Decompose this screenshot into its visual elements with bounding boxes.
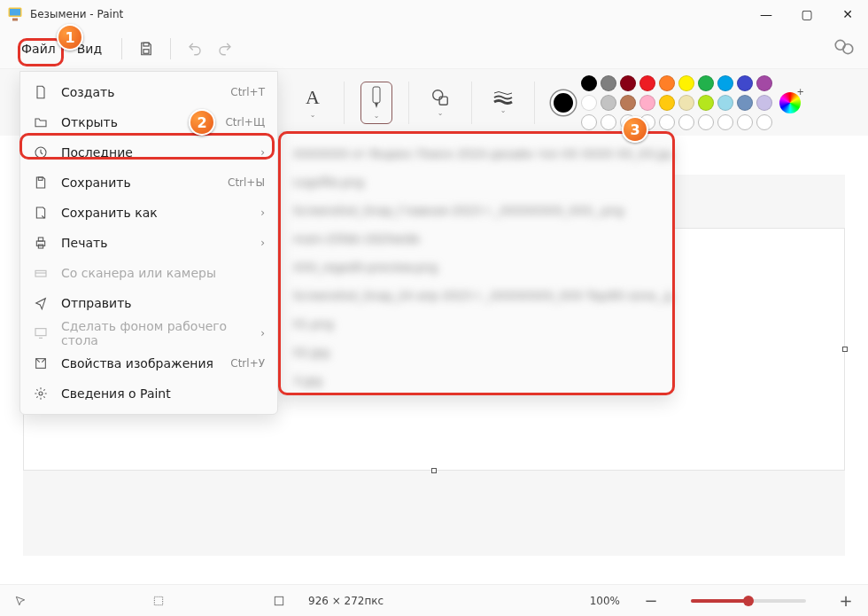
color-swatch[interactable] (639, 75, 655, 91)
color-swatch-empty[interactable] (756, 114, 772, 130)
label: Сохранить как (61, 206, 158, 220)
menu-properties[interactable]: Свойства изображения Ctrl+У (20, 348, 277, 378)
file-icon (33, 84, 49, 100)
undo-icon[interactable] (180, 34, 210, 64)
color-swatch[interactable] (620, 95, 636, 111)
color-swatch-empty[interactable] (737, 114, 753, 130)
color-swatch[interactable] (717, 95, 733, 111)
color-swatch[interactable] (698, 75, 714, 91)
color-swatch[interactable] (717, 75, 733, 91)
shortcut: Ctrl+Щ (225, 116, 265, 129)
menu-about[interactable]: Сведения о Paint (20, 378, 277, 409)
menu-open[interactable]: Открыть Ctrl+Щ (20, 107, 277, 137)
zoom-slider[interactable] (691, 599, 806, 603)
label: Со сканера или камеры (61, 266, 216, 280)
color-swatch-empty[interactable] (678, 114, 694, 130)
save-as-icon (33, 205, 49, 221)
color-swatch[interactable] (698, 95, 714, 111)
file-menu-dropdown: Создать Ctrl+Т Открыть Ctrl+Щ Последние … (19, 71, 278, 415)
menu-save[interactable]: Сохранить Ctrl+Ы (20, 168, 277, 198)
shortcut: Ctrl+Ы (228, 176, 265, 189)
color-swatch[interactable] (639, 95, 655, 111)
minimize-button[interactable]: — (746, 0, 787, 28)
color-swatch[interactable] (581, 95, 597, 111)
redo-icon[interactable] (210, 34, 240, 64)
canvas-size-icon (271, 595, 287, 607)
color-swatch[interactable] (737, 75, 753, 91)
menu-save-as[interactable]: Сохранить как › (20, 198, 277, 228)
menu-print[interactable]: Печать › (20, 228, 277, 258)
recent-file-item[interactable]: main-25feb-1920wide (279, 224, 672, 253)
canvas-size: 926 × 272пкс (308, 595, 384, 607)
annotation-badge-1: 1 (57, 24, 83, 51)
color-swatch[interactable] (620, 75, 636, 91)
chevron-right-icon: › (260, 327, 265, 339)
close-button[interactable]: ✕ (827, 0, 868, 28)
svg-rect-7 (373, 87, 380, 103)
annotation-badge-2: 2 (189, 109, 215, 136)
copilot-icon[interactable] (833, 35, 856, 58)
color-swatch-empty[interactable] (601, 114, 616, 130)
recent-file-item[interactable]: 01.png (279, 309, 672, 338)
shapes-tool[interactable]: ⌄ (425, 81, 455, 125)
recent-file-item[interactable]: XXX_regedit-preview.png (279, 253, 672, 281)
color-swatch-empty[interactable] (698, 114, 714, 130)
zoom-out-button[interactable]: − (641, 591, 661, 610)
label: Открыть (61, 115, 118, 129)
color-swatch-empty[interactable] (717, 114, 733, 130)
menu-scanner: Со сканера или камеры (20, 258, 277, 288)
color-picker-icon[interactable] (779, 92, 801, 113)
color-swatch[interactable] (659, 95, 675, 111)
separator (170, 38, 171, 59)
svg-rect-12 (36, 241, 44, 246)
text-tool[interactable]: A⌄ (298, 81, 328, 125)
color-swatch[interactable] (601, 75, 616, 91)
current-color[interactable] (551, 90, 576, 115)
recent-file-item[interactable]: 3.jpg (279, 366, 672, 394)
print-icon (33, 235, 49, 251)
label: Последние (61, 145, 133, 160)
recent-file-item[interactable]: Screenshot_Snap_24 апр 2023 г._XXXXXXXX_… (279, 281, 672, 309)
annotation-badge-3: 3 (622, 116, 648, 143)
recent-file-item[interactable]: Logofile.png (279, 168, 672, 196)
color-swatch[interactable] (601, 95, 616, 111)
label: Сделать фоном рабочего стола (61, 319, 248, 347)
save-icon[interactable] (131, 34, 161, 64)
maximize-button[interactable]: ▢ (787, 0, 827, 28)
label: Отправить (61, 296, 132, 310)
color-swatch[interactable] (581, 75, 597, 91)
chevron-right-icon: › (260, 207, 265, 219)
svg-rect-14 (38, 245, 43, 248)
separator (471, 82, 472, 124)
svg-rect-19 (154, 597, 162, 604)
menu-new[interactable]: Создать Ctrl+Т (20, 77, 277, 107)
svg-rect-9 (439, 97, 447, 105)
stroke-tool[interactable]: ⌄ (488, 81, 518, 125)
svg-rect-20 (275, 597, 283, 604)
recent-file-item[interactable]: Screenshot_Snap_Главная 2023 г._XXXXXXXX… (279, 196, 672, 224)
menu-wallpaper: Сделать фоном рабочего стола › (20, 318, 277, 348)
zoom-value: 100% (590, 595, 620, 607)
resize-handle-right[interactable] (842, 347, 848, 352)
color-swatch-empty[interactable] (581, 114, 597, 130)
color-swatch[interactable] (737, 95, 753, 111)
resize-handle-bottom[interactable] (431, 468, 437, 473)
menu-recent[interactable]: Последние › (20, 137, 277, 168)
label: Создать (61, 85, 114, 99)
color-swatch[interactable] (678, 75, 694, 91)
color-swatch[interactable] (756, 75, 772, 91)
color-swatch[interactable] (756, 95, 772, 111)
label: Сведения о Paint (61, 386, 171, 401)
color-swatch[interactable] (678, 95, 694, 111)
color-palette (581, 75, 772, 130)
recent-file-item[interactable]: XXXXXXX от Яндекс Поиск 2024 дизайн тел … (279, 139, 672, 168)
color-swatch-empty[interactable] (659, 114, 675, 130)
label: Сохранить (61, 175, 131, 190)
color-swatch[interactable] (659, 75, 675, 91)
svg-rect-4 (143, 49, 149, 53)
menu-share[interactable]: Отправить (20, 288, 277, 318)
svg-rect-3 (143, 43, 149, 46)
zoom-in-button[interactable]: + (836, 591, 856, 610)
recent-file-item[interactable]: 02.jpg (279, 338, 672, 366)
brush-tool[interactable]: ⌄ (360, 82, 392, 124)
